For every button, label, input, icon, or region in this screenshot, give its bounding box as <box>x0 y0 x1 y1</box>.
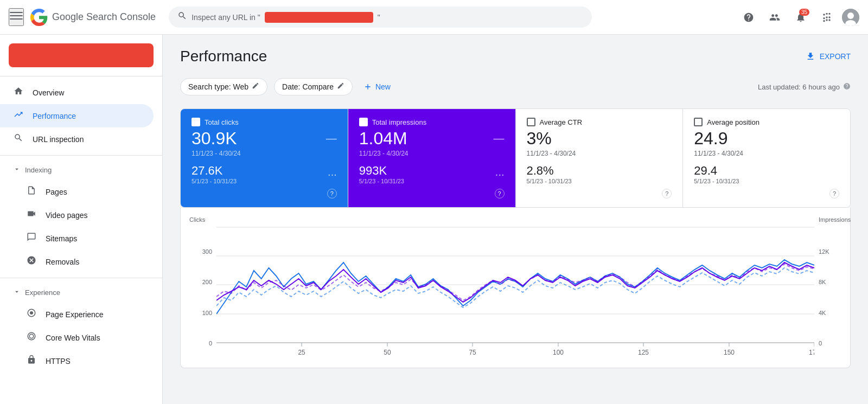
ctr-help: ? <box>527 189 672 198</box>
position-compare-value: 29.4 <box>694 164 739 178</box>
ctr-value: 3% <box>527 129 552 149</box>
y-left-100: 100 <box>189 310 212 316</box>
menu-icon[interactable] <box>9 8 24 26</box>
svg-rect-2 <box>10 18 23 20</box>
sidebar-item-sitemaps[interactable]: Sitemaps <box>0 227 154 250</box>
topbar: Google Search Console Inspect any URL in… <box>0 0 868 35</box>
last-updated-help-icon <box>843 82 851 92</box>
search-type-filter[interactable]: Search type: Web <box>180 78 267 95</box>
filters-row: Search type: Web Date: Compare New Last … <box>180 78 851 95</box>
ctr-help-icon[interactable]: ? <box>662 189 672 198</box>
video-icon <box>26 209 37 221</box>
impressions-checkbox[interactable] <box>359 118 368 126</box>
search-bar: Inspect any URL in " " <box>169 7 592 28</box>
sidebar-label-page-experience: Page Experience <box>46 310 104 319</box>
sitemap-icon <box>26 232 37 245</box>
position-value: 24.9 <box>694 129 727 149</box>
new-filter-button[interactable]: New <box>359 79 395 94</box>
position-label: Average position <box>707 118 760 126</box>
svg-point-7 <box>30 311 33 315</box>
impressions-dash: — <box>494 132 505 145</box>
help-button[interactable] <box>738 7 760 28</box>
sidebar-item-url-inspection[interactable]: URL inspection <box>0 127 154 151</box>
sidebar-section-experience[interactable]: Experience <box>0 283 162 303</box>
sidebar-item-core-web-vitals[interactable]: Core Web Vitals <box>0 326 154 349</box>
clicks-compare-date: 5/1/23 - 10/31/23 <box>192 178 237 184</box>
ctr-label: Average CTR <box>540 118 583 126</box>
sidebar-item-pages[interactable]: Pages <box>0 180 154 203</box>
position-help-icon[interactable]: ? <box>829 189 839 198</box>
sidebar-label-overview: Overview <box>33 88 64 97</box>
property-button[interactable] <box>9 43 154 67</box>
page-title: Performance <box>180 48 267 65</box>
ctr-compare-value: 2.8% <box>527 164 572 178</box>
last-updated-text: Last updated: 6 hours ago <box>758 83 840 91</box>
ctr-checkbox[interactable] <box>527 118 535 126</box>
main-content: Performance EXPORT Search type: Web Date… <box>163 35 868 404</box>
search-quote-close: " <box>378 13 380 22</box>
metric-cards: Total clicks 30.9K — 11/1/23 - 4/30/24 2… <box>180 108 851 208</box>
svg-point-8 <box>28 332 35 340</box>
metric-card-average-ctr[interactable]: Average CTR 3% 11/1/23 - 4/30/24 2.8% 5/… <box>516 109 684 207</box>
svg-point-9 <box>29 334 34 338</box>
sidebar-item-page-experience[interactable]: Page Experience <box>0 303 154 326</box>
date-label: Date: Compare <box>282 82 334 91</box>
sidebar-label-video-pages: Video pages <box>46 211 88 220</box>
chart-wrapper: Clicks 300 200 100 0 <box>189 216 841 359</box>
svg-text:50: 50 <box>384 349 391 357</box>
ctr-compare-row: 2.8% 5/1/23 - 10/31/23 <box>527 164 672 184</box>
manage-users-button[interactable] <box>764 7 786 28</box>
page-header: Performance EXPORT <box>180 48 851 65</box>
sidebar-item-https[interactable]: HTTPS <box>0 349 154 373</box>
sidebar-section-indexing[interactable]: Indexing <box>0 160 162 180</box>
app-layout: Overview Performance URL inspection Inde… <box>0 35 868 404</box>
avatar[interactable] <box>842 9 859 26</box>
impressions-help-icon[interactable]: ? <box>495 189 505 198</box>
sidebar-label-sitemaps: Sitemaps <box>46 234 77 243</box>
y-left-0: 0 <box>189 340 212 347</box>
y-right-4k: 4K <box>819 310 841 316</box>
ctr-value-row: 3% <box>527 129 672 149</box>
impressions-compare-row: 993K 5/1/23 - 10/31/23 ··· <box>359 164 505 184</box>
position-checkbox[interactable] <box>694 118 703 126</box>
y-axis-left: Clicks 300 200 100 0 <box>189 216 216 347</box>
notifications-button[interactable]: 35 <box>790 7 812 28</box>
metric-header-impressions: Total impressions <box>359 118 505 126</box>
position-date: 11/1/23 - 4/30/24 <box>694 150 839 157</box>
impressions-more-icon: ··· <box>495 168 505 181</box>
svg-point-4 <box>847 12 854 19</box>
apps-button[interactable] <box>816 7 838 28</box>
sidebar-item-removals[interactable]: Removals <box>0 250 154 273</box>
date-filter[interactable]: Date: Compare <box>274 78 353 95</box>
page-experience-icon <box>26 308 37 320</box>
y-axis-right: Impressions 12K 8K 4K 0 <box>814 216 841 347</box>
chart-container: Clicks 300 200 100 0 <box>180 208 851 368</box>
svg-text:125: 125 <box>638 349 649 357</box>
position-compare-block: 29.4 5/1/23 - 10/31/23 <box>694 164 739 184</box>
export-button[interactable]: EXPORT <box>806 52 851 61</box>
metric-card-total-impressions[interactable]: Total impressions 1.04M — 11/1/23 - 4/30… <box>348 109 516 207</box>
sidebar-item-performance[interactable]: Performance <box>0 104 154 127</box>
metric-header-clicks: Total clicks <box>192 118 337 126</box>
clicks-dash: — <box>326 132 337 145</box>
svg-rect-0 <box>10 12 23 13</box>
property-selector[interactable] <box>9 43 154 67</box>
impressions-label: Total impressions <box>372 118 426 126</box>
position-compare-date: 5/1/23 - 10/31/23 <box>694 178 739 184</box>
clicks-checkbox[interactable] <box>192 118 200 126</box>
topbar-actions: 35 <box>738 7 859 28</box>
svg-text:150: 150 <box>724 349 735 357</box>
sidebar-label-core-web-vitals: Core Web Vitals <box>46 334 100 342</box>
svg-text:175: 175 <box>809 349 814 357</box>
metric-card-average-position[interactable]: Average position 24.9 11/1/23 - 4/30/24 … <box>683 109 850 207</box>
clicks-date: 11/1/23 - 4/30/24 <box>192 150 337 157</box>
new-filter-label: New <box>375 82 391 91</box>
svg-rect-1 <box>10 15 23 16</box>
sidebar-section-experience-label: Experience <box>25 288 60 297</box>
clicks-compare-block: 27.6K 5/1/23 - 10/31/23 <box>192 164 237 184</box>
sidebar-item-video-pages[interactable]: Video pages <box>0 203 154 227</box>
sidebar-item-overview[interactable]: Overview <box>0 81 154 104</box>
core-web-vitals-icon <box>26 331 37 344</box>
metric-card-total-clicks[interactable]: Total clicks 30.9K — 11/1/23 - 4/30/24 2… <box>181 109 348 207</box>
clicks-help-icon[interactable]: ? <box>327 189 337 198</box>
